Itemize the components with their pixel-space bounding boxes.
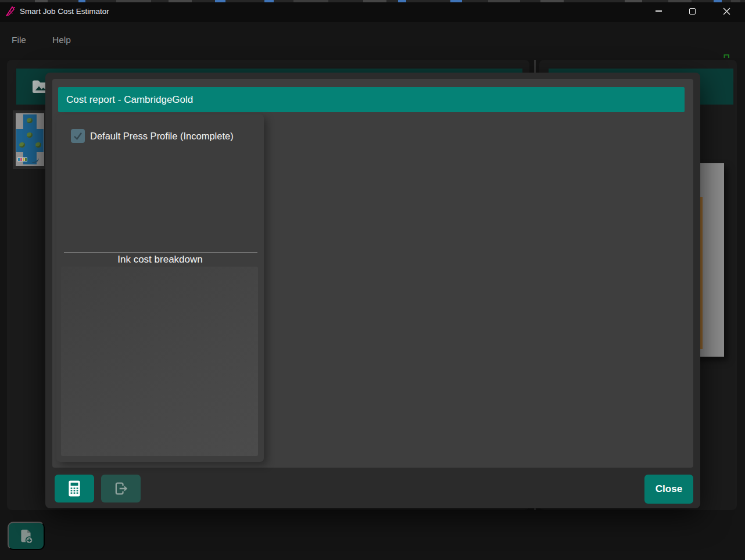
ink-section-title: Ink cost breakdown	[56, 254, 264, 265]
export-icon	[113, 480, 129, 497]
minimize-button[interactable]	[645, 0, 672, 22]
calculator-icon	[67, 480, 82, 497]
press-profile-label: Default Press Profile (Incomplete)	[90, 131, 234, 142]
menu-file[interactable]: File	[8, 22, 30, 58]
close-dialog-button[interactable]: Close	[644, 475, 693, 504]
press-profile-checkbox[interactable]	[71, 129, 85, 143]
file-plus-icon	[18, 528, 34, 544]
new-job-button[interactable]	[8, 522, 45, 550]
maximize-button[interactable]	[679, 0, 705, 22]
ink-cost-list	[61, 267, 258, 456]
background-window-artifact	[0, 0, 745, 2]
title-bar[interactable]: Smart Job Cost Estimator	[0, 0, 745, 22]
maximize-icon	[689, 8, 696, 15]
close-icon	[723, 8, 730, 15]
close-window-button[interactable]	[713, 0, 740, 22]
minimize-icon	[656, 10, 662, 11]
section-divider	[64, 252, 257, 253]
window-title: Smart Job Cost Estimator	[20, 0, 109, 22]
thumbnail-artwork	[16, 113, 44, 166]
color-bar	[17, 157, 27, 161]
export-button[interactable]	[101, 475, 141, 502]
press-profile-row[interactable]: Default Press Profile (Incomplete)	[71, 129, 234, 143]
carton-dieline-thumbnail[interactable]	[13, 110, 47, 169]
app-window: Smart Job Cost Estimator File Help	[0, 0, 745, 560]
menu-bar: File Help	[0, 22, 745, 58]
cost-report-dialog: Cost report - CambridgeGold Default Pres…	[45, 73, 700, 508]
dialog-title-bar: Cost report - CambridgeGold	[58, 87, 685, 112]
menu-help[interactable]: Help	[49, 22, 74, 58]
brand-scribble-icon	[5, 5, 16, 17]
calculate-button[interactable]	[55, 475, 94, 502]
dialog-title: Cost report - CambridgeGold	[58, 87, 685, 113]
dialog-surface: Cost report - CambridgeGold Default Pres…	[52, 79, 693, 468]
press-profile-panel: Default Press Profile (Incomplete) Ink c…	[56, 114, 264, 462]
check-icon	[73, 131, 83, 141]
